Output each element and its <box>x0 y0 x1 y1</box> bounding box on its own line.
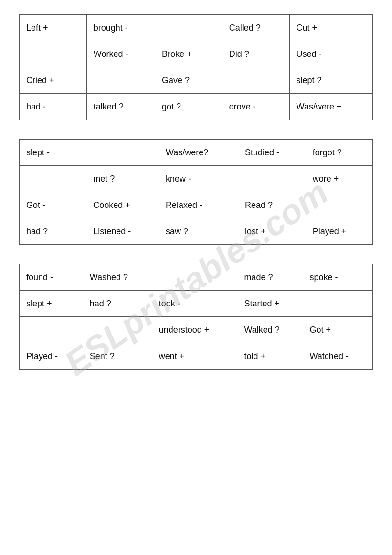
table-cell: saw ? <box>159 218 238 245</box>
table-cell: Called ? <box>222 15 289 41</box>
table-cell: Cut + <box>289 15 372 41</box>
table-cell <box>20 166 86 192</box>
table-cell: Listened - <box>86 218 159 245</box>
table-cell: Played - <box>20 343 83 370</box>
table-cell: lost + <box>238 218 306 245</box>
table-cell: brought - <box>86 15 155 41</box>
table-cell: Started + <box>237 291 303 317</box>
table-cell <box>83 317 152 343</box>
table-section-3: found -Washed ?made ?spoke -slept +had ?… <box>19 264 373 370</box>
table-cell: slept + <box>20 291 83 317</box>
table-cell <box>152 264 237 291</box>
table-cell <box>20 317 83 343</box>
table-cell: Worked - <box>86 41 155 67</box>
table-section-2: slept -Was/were?Studied -forgot ?met ?kn… <box>19 139 373 245</box>
table-cell: went + <box>152 343 237 370</box>
table-cell <box>303 291 372 317</box>
table-cell: Left + <box>20 15 87 41</box>
table-cell: Broke + <box>155 41 222 67</box>
table-cell: Got - <box>20 192 86 218</box>
table-cell: made ? <box>237 264 303 291</box>
table-cell: had - <box>20 94 87 120</box>
table-cell <box>155 15 222 41</box>
table-cell: Sent ? <box>83 343 152 370</box>
table-cell: Was/were? <box>159 140 238 166</box>
table-cell: had ? <box>20 218 86 245</box>
table-cell: Walked ? <box>237 317 303 343</box>
table-cell: met ? <box>86 166 159 192</box>
table-cell: Studied - <box>238 140 306 166</box>
table-cell: Read ? <box>238 192 306 218</box>
table-cell: Watched - <box>303 343 372 370</box>
table-cell: found - <box>20 264 83 291</box>
table-cell: got ? <box>155 94 222 120</box>
table-3: found -Washed ?made ?spoke -slept +had ?… <box>19 264 373 370</box>
table-cell: wore + <box>306 166 372 192</box>
table-cell: slept - <box>20 140 86 166</box>
table-cell: Gave ? <box>155 67 222 94</box>
table-cell: had ? <box>83 291 152 317</box>
table-cell <box>86 140 159 166</box>
table-cell: drove - <box>222 94 289 120</box>
table-section-1: Left +brought -Called ?Cut +Worked -Brok… <box>19 14 373 120</box>
table-cell: understood + <box>152 317 237 343</box>
table-1: Left +brought -Called ?Cut +Worked -Brok… <box>19 14 373 120</box>
table-cell <box>306 192 372 218</box>
table-cell <box>222 67 289 94</box>
table-cell: spoke - <box>303 264 372 291</box>
table-cell <box>20 41 87 67</box>
table-cell: talked ? <box>86 94 155 120</box>
table-cell: Relaxed - <box>159 192 238 218</box>
table-2: slept -Was/were?Studied -forgot ?met ?kn… <box>19 139 373 245</box>
table-cell: Cried + <box>20 67 87 94</box>
table-cell: Washed ? <box>83 264 152 291</box>
table-cell: Was/were + <box>289 94 372 120</box>
table-cell: Cooked + <box>86 192 159 218</box>
table-cell: forgot ? <box>306 140 372 166</box>
table-cell: Used - <box>289 41 372 67</box>
table-cell: knew - <box>159 166 238 192</box>
table-cell: Did ? <box>222 41 289 67</box>
table-cell <box>86 67 155 94</box>
table-cell: Got + <box>303 317 372 343</box>
table-cell <box>238 166 306 192</box>
table-cell: slept ? <box>289 67 372 94</box>
table-cell: told + <box>237 343 303 370</box>
table-cell: took - <box>152 291 237 317</box>
table-cell: Played + <box>306 218 372 245</box>
